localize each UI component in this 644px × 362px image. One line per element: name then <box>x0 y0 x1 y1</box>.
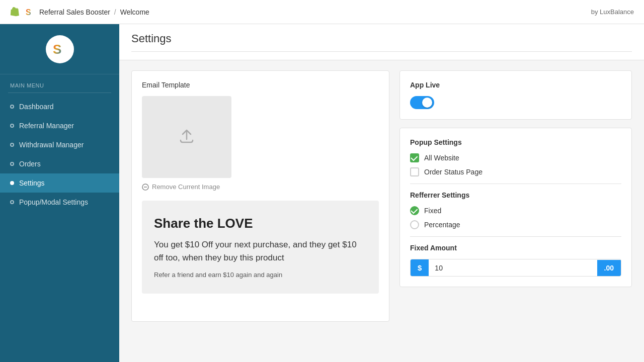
remove-image-link[interactable]: Remove Current Image <box>142 183 379 191</box>
content-body: Email Template Remove Current Image <box>119 60 644 332</box>
header-divider <box>131 51 632 52</box>
radio-fixed-btn <box>410 206 419 215</box>
sidebar-item-settings[interactable]: Settings <box>0 173 119 193</box>
svg-text:S: S <box>53 42 61 57</box>
referrer-divider <box>410 236 621 237</box>
top-bar-left: S Referral Sales Booster / Welcome <box>10 7 149 18</box>
sidebar-brand-icon: S <box>51 40 69 58</box>
checkbox-all-website[interactable]: All Website <box>410 153 621 162</box>
sidebar-label-dashboard: Dashboard <box>19 103 54 111</box>
sidebar-label-orders: Orders <box>19 160 41 168</box>
sidebar-dot-orders <box>10 162 14 166</box>
content-header: Settings <box>119 24 644 60</box>
sidebar-dot-withdrawal-manager <box>10 143 14 147</box>
popup-settings-section: Popup Settings All Website Order Status … <box>399 128 632 287</box>
preview-sub: Refer a friend and earn $10 again and ag… <box>154 271 367 279</box>
app-live-title: App Live <box>410 81 621 89</box>
top-bar: S Referral Sales Booster / Welcome by Lu… <box>0 0 644 24</box>
image-upload-area[interactable] <box>142 96 231 178</box>
page-name: Welcome <box>120 8 149 16</box>
sidebar-logo-circle: S <box>46 35 74 63</box>
sidebar-section-label: Main Menu <box>0 74 119 93</box>
app-live-toggle-container <box>410 96 621 109</box>
checkbox-all-website-label: All Website <box>424 154 459 162</box>
left-panel: Email Template Remove Current Image <box>131 70 389 322</box>
right-panel: App Live Popup Settings All Website Orde… <box>399 70 632 322</box>
page-title: Settings <box>131 32 632 45</box>
radio-percentage-btn <box>410 220 419 229</box>
sidebar-item-referral-manager[interactable]: Referral Manager <box>0 116 119 135</box>
upload-icon <box>177 126 197 148</box>
app-live-toggle[interactable] <box>410 96 434 109</box>
sidebar-item-dashboard[interactable]: Dashboard <box>0 97 119 116</box>
popup-divider <box>410 184 621 184</box>
preview-heading: Share the LOVE <box>154 216 367 231</box>
sidebar-dot-referral-manager <box>10 124 14 128</box>
remove-image-label: Remove Current Image <box>152 183 220 191</box>
amount-suffix: .00 <box>597 260 621 276</box>
email-preview-card: Share the LOVE You get $10 Off your next… <box>142 201 379 294</box>
fixed-amount-input[interactable] <box>429 260 597 276</box>
top-bar-by: by LuxBalance <box>591 8 634 16</box>
sidebar-item-withdrawal-manager[interactable]: Withdrawal Manager <box>0 135 119 154</box>
app-name: Referral Sales Booster <box>39 8 110 16</box>
separator: / <box>114 8 116 16</box>
fixed-amount-input-row: $ .00 <box>410 259 621 277</box>
checkbox-order-status-page-box <box>410 167 419 176</box>
preview-body: You get $10 Off your next purchase, and … <box>154 238 367 264</box>
email-template-title: Email Template <box>142 81 379 89</box>
sidebar: S Main Menu Dashboard Referral Man <box>0 24 119 362</box>
checkbox-order-status-page[interactable]: Order Status Page <box>410 167 621 176</box>
radio-fixed-label: Fixed <box>424 207 441 215</box>
app-logo-icon <box>10 7 20 17</box>
sidebar-item-orders[interactable]: Orders <box>0 154 119 173</box>
checkbox-order-status-label: Order Status Page <box>424 168 482 176</box>
app-live-section: App Live <box>399 70 632 120</box>
sidebar-label-withdrawal-manager: Withdrawal Manager <box>19 141 84 149</box>
sidebar-dot-popup-modal <box>10 200 14 204</box>
sidebar-logo-area: S <box>0 24 119 74</box>
radio-fixed[interactable]: Fixed <box>410 206 621 215</box>
sidebar-label-popup-modal: Popup/Modal Settings <box>19 198 88 206</box>
checkbox-all-website-box <box>410 153 419 162</box>
radio-percentage[interactable]: Percentage <box>410 220 621 229</box>
referrer-settings-title: Refferrer Settings <box>410 191 621 199</box>
content-area: Settings Email Template <box>119 24 644 362</box>
radio-percentage-label: Percentage <box>424 221 460 229</box>
main-layout: S Main Menu Dashboard Referral Man <box>0 24 644 362</box>
fixed-amount-title: Fixed Amount <box>410 244 621 252</box>
popup-settings-title: Popup Settings <box>410 138 621 146</box>
sidebar-label-referral-manager: Referral Manager <box>19 122 74 130</box>
sidebar-divider <box>8 93 111 93</box>
brand-logo-icon: S <box>24 7 35 18</box>
sidebar-dot-dashboard <box>10 105 14 109</box>
svg-text:S: S <box>26 8 31 17</box>
sidebar-dot-settings <box>10 181 14 185</box>
amount-prefix: $ <box>411 259 429 276</box>
remove-icon <box>142 184 149 191</box>
sidebar-label-settings: Settings <box>19 179 45 187</box>
sidebar-item-popup-modal-settings[interactable]: Popup/Modal Settings <box>0 193 119 212</box>
